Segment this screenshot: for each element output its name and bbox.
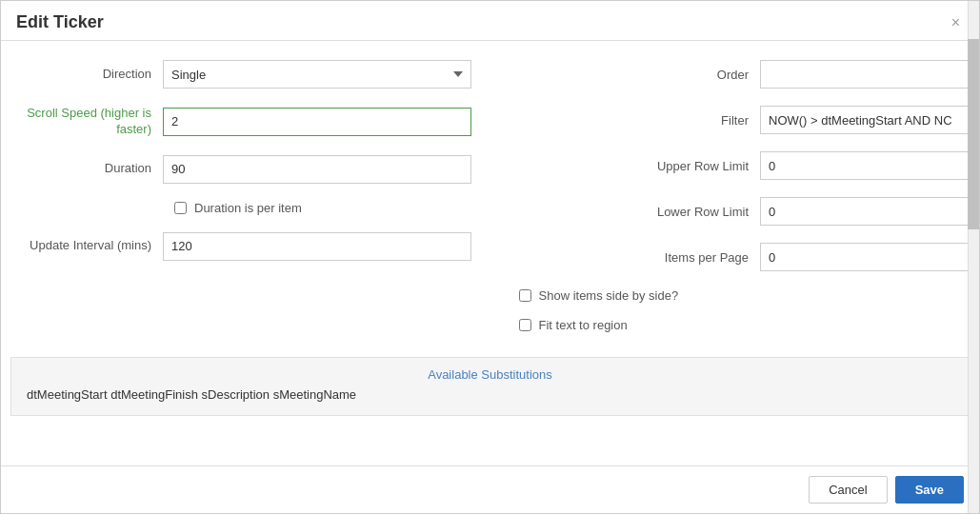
lower-row-limit-label: Lower Row Limit [636, 205, 760, 219]
upper-row-limit-input[interactable] [760, 151, 970, 180]
save-button[interactable]: Save [895, 476, 964, 504]
order-row: Order [510, 60, 970, 89]
modal-body: Direction Single Left Right Up Down Scro… [1, 41, 979, 465]
cancel-button[interactable]: Cancel [809, 476, 887, 504]
order-label: Order [636, 68, 760, 82]
fit-text-label: Fit text to region [539, 318, 628, 332]
duration-input[interactable] [163, 155, 471, 184]
show-side-by-side-checkbox[interactable] [519, 289, 531, 302]
duration-per-item-label: Duration is per item [194, 201, 302, 215]
close-button[interactable]: × [948, 14, 964, 31]
fit-text-checkbox[interactable] [519, 319, 531, 331]
right-column: Order Filter Upper Row Limit Lower Row L… [490, 60, 970, 347]
direction-label: Direction [10, 67, 163, 83]
duration-label: Duration [10, 161, 163, 177]
modal-footer: Cancel Save [1, 465, 979, 513]
scrollbar-track[interactable] [968, 1, 979, 513]
scroll-speed-label: Scroll Speed (higher is faster) [10, 106, 163, 138]
substitutions-section: Available Substitutions dtMeetingStart d… [10, 357, 970, 416]
form-columns: Direction Single Left Right Up Down Scro… [10, 60, 970, 347]
duration-row: Duration [10, 155, 471, 184]
substitutions-values: dtMeetingStart dtMeetingFinish sDescript… [27, 387, 953, 402]
show-side-by-side-row: Show items side by side? [510, 288, 970, 303]
fit-text-row: Fit text to region [510, 318, 970, 332]
scroll-speed-row: Scroll Speed (higher is faster) [10, 106, 471, 138]
edit-ticker-modal: Edit Ticker × Direction Single Left Righ… [0, 0, 980, 514]
direction-select[interactable]: Single Left Right Up Down [163, 60, 471, 89]
filter-label: Filter [636, 113, 760, 128]
lower-row-limit-input[interactable] [760, 197, 970, 226]
show-side-by-side-label: Show items side by side? [539, 288, 679, 303]
order-input[interactable] [760, 60, 970, 89]
left-column: Direction Single Left Right Up Down Scro… [10, 60, 490, 347]
items-per-page-row: Items per Page [510, 243, 970, 271]
filter-input[interactable] [760, 106, 970, 134]
update-interval-input[interactable] [163, 232, 471, 261]
direction-row: Direction Single Left Right Up Down [10, 60, 471, 89]
items-per-page-label: Items per Page [636, 250, 760, 265]
lower-row-limit-row: Lower Row Limit [510, 197, 970, 226]
substitutions-title: Available Substitutions [27, 367, 953, 382]
update-interval-label: Update Interval (mins) [10, 238, 163, 254]
modal-title: Edit Ticker [16, 12, 104, 32]
filter-row: Filter [510, 106, 970, 134]
upper-row-limit-row: Upper Row Limit [510, 151, 970, 180]
scroll-speed-input[interactable] [163, 108, 471, 136]
update-interval-row: Update Interval (mins) [10, 232, 471, 261]
modal-header: Edit Ticker × [1, 1, 979, 41]
items-per-page-input[interactable] [760, 243, 970, 271]
duration-per-item-row: Duration is per item [10, 201, 471, 215]
duration-per-item-checkbox[interactable] [174, 202, 187, 214]
scrollbar-thumb[interactable] [968, 39, 979, 229]
upper-row-limit-label: Upper Row Limit [636, 159, 760, 173]
